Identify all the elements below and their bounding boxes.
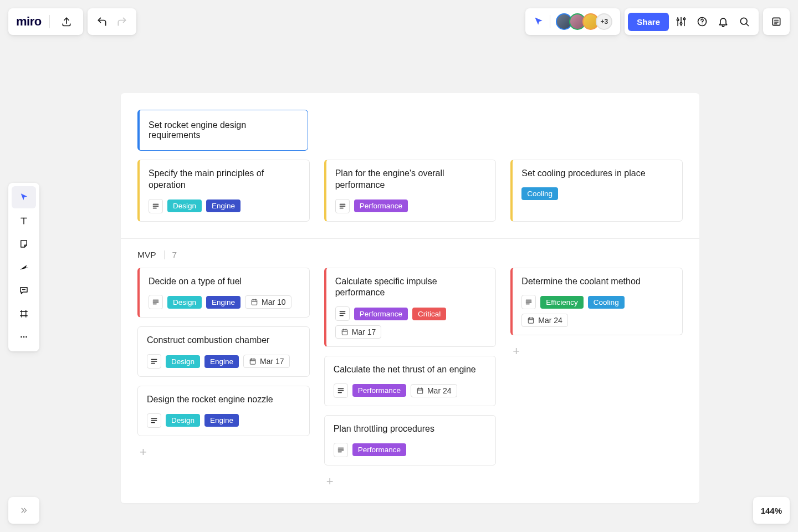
- card-title: Plan for the engine's overall performanc…: [335, 168, 487, 191]
- task-column: Calculate specific impulse performance P…: [324, 268, 497, 489]
- divider: [550, 15, 550, 28]
- select-tool[interactable]: [12, 186, 36, 208]
- tag-efficiency: Efficiency: [540, 296, 584, 309]
- svg-point-6: [683, 18, 685, 19]
- calendar-icon: [250, 298, 258, 306]
- card-meta: DesignEngineMar 10: [149, 295, 300, 309]
- task-card[interactable]: Determine the coolant method EfficiencyC…: [510, 268, 683, 336]
- task-card[interactable]: Calculate specific impulse performance P…: [324, 268, 497, 347]
- date-text: Mar 10: [262, 298, 286, 306]
- divider: [164, 250, 165, 259]
- more-tools[interactable]: [12, 326, 36, 348]
- comments-panel-button[interactable]: [763, 8, 790, 35]
- add-card-button[interactable]: +: [137, 445, 310, 459]
- comment-tool[interactable]: [12, 279, 36, 301]
- upload-icon: [61, 16, 72, 27]
- svg-line-10: [746, 24, 749, 26]
- tag-engine: Engine: [206, 296, 241, 309]
- presence-avatars[interactable]: +3: [556, 13, 612, 30]
- task-card[interactable]: Plan for the engine's overall performanc…: [324, 160, 497, 222]
- card-meta: Cooling: [521, 187, 673, 200]
- card-meta: EfficiencyCoolingMar 24: [521, 295, 673, 327]
- sliders-icon: [676, 16, 687, 27]
- text-tool[interactable]: [12, 209, 36, 232]
- redo-button[interactable]: [113, 13, 131, 30]
- card-meta: DesignEngineMar 17: [147, 354, 300, 369]
- header-card[interactable]: Set rocket engine design requirements: [137, 110, 308, 151]
- task-column: Decide on a type of fuel DesignEngineMar…: [137, 268, 310, 459]
- avatar-overflow[interactable]: +3: [596, 13, 612, 30]
- expand-panel-button[interactable]: [8, 497, 39, 524]
- tag-design: Design: [167, 296, 202, 309]
- card-title: Plan throttling procedures: [334, 423, 487, 435]
- board-canvas[interactable]: Set rocket engine design requirements Sp…: [121, 93, 699, 503]
- tag-engine: Engine: [206, 200, 241, 212]
- tag-cooling: Cooling: [588, 296, 625, 309]
- card-title: Set rocket engine design requirements: [149, 120, 246, 140]
- add-card-button[interactable]: +: [510, 344, 683, 359]
- card-title: Design the rocket engine nozzle: [147, 394, 300, 406]
- section-label: MVP: [137, 250, 156, 260]
- task-card[interactable]: Design the rocket engine nozzle DesignEn…: [137, 386, 310, 436]
- description-icon: [147, 413, 161, 428]
- bell-icon: [718, 16, 729, 27]
- notifications-button[interactable]: [714, 13, 732, 30]
- description-icon: [521, 295, 536, 309]
- svg-point-5: [680, 23, 682, 24]
- comment-icon: [19, 285, 29, 295]
- task-card[interactable]: Decide on a type of fuel DesignEngineMar…: [137, 268, 310, 318]
- tag-performance: Performance: [352, 443, 406, 456]
- undo-button[interactable]: [93, 13, 111, 30]
- connector-tool[interactable]: [12, 256, 36, 278]
- description-icon: [147, 354, 161, 369]
- date-text: Mar 24: [427, 386, 452, 395]
- search-button[interactable]: [735, 13, 753, 30]
- section-top: Set rocket engine design requirements Sp…: [121, 93, 699, 226]
- app-logo[interactable]: miro: [16, 14, 42, 29]
- date-text: Mar 24: [538, 316, 562, 325]
- search-icon: [739, 16, 750, 27]
- calendar-icon: [527, 316, 535, 324]
- task-card[interactable]: Set cooling procedures in place Cooling: [510, 160, 683, 222]
- undo-icon: [96, 16, 108, 27]
- task-card[interactable]: Calculate the net thrust of an engine Pe…: [324, 356, 497, 406]
- card-title: Specify the main principles of operation: [149, 168, 300, 191]
- zoom-level[interactable]: 144%: [753, 497, 790, 524]
- card-meta: Performance: [335, 199, 487, 213]
- card-meta: DesignEngine: [147, 413, 300, 428]
- calendar-icon: [416, 387, 424, 395]
- svg-point-4: [677, 19, 679, 21]
- date-chip: Mar 24: [521, 314, 568, 327]
- export-button[interactable]: [58, 13, 75, 30]
- settings-button[interactable]: [672, 13, 690, 30]
- date-chip: Mar 10: [245, 295, 291, 309]
- frame-tool[interactable]: [12, 303, 36, 325]
- date-chip: Mar 17: [335, 325, 382, 339]
- task-card[interactable]: Specify the main principles of operation…: [137, 160, 310, 222]
- calendar-icon: [249, 357, 257, 365]
- share-button[interactable]: Share: [628, 13, 669, 31]
- cursor-presence-icon[interactable]: [533, 16, 544, 27]
- task-card[interactable]: Plan throttling procedures Performance: [324, 415, 497, 466]
- date-text: Mar 17: [260, 357, 284, 366]
- svg-rect-58: [417, 388, 422, 393]
- sticky-note-tool[interactable]: [12, 233, 36, 255]
- tag-performance: Performance: [354, 200, 408, 212]
- tag-performance: Performance: [354, 308, 408, 320]
- date-chip: Mar 17: [243, 355, 290, 368]
- help-button[interactable]: [693, 13, 711, 30]
- description-icon: [334, 443, 348, 457]
- chevrons-right-icon: [19, 505, 29, 515]
- description-icon: [149, 199, 163, 213]
- card-meta: PerformanceCriticalMar 17: [335, 306, 487, 339]
- tag-cooling: Cooling: [521, 187, 558, 200]
- tag-engine: Engine: [204, 355, 239, 368]
- card-title: Determine the coolant method: [521, 276, 673, 288]
- section-mvp-header[interactable]: MVP 7: [121, 239, 699, 268]
- task-card[interactable]: Construct combustion chamber DesignEngin…: [137, 326, 310, 377]
- svg-rect-68: [529, 318, 534, 323]
- section-count: 7: [172, 250, 177, 260]
- tag-engine: Engine: [204, 414, 239, 427]
- add-card-button[interactable]: +: [324, 474, 497, 489]
- svg-point-8: [702, 24, 702, 24]
